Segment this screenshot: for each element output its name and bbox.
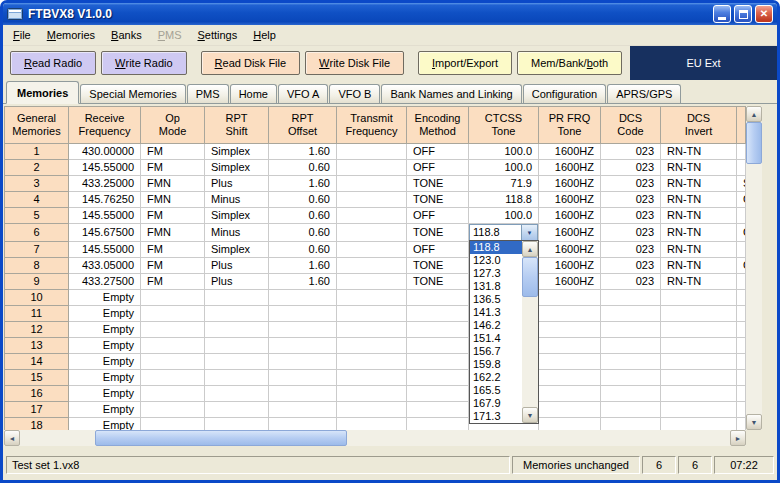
cell-mode[interactable] <box>141 370 205 386</box>
cell-rx[interactable]: Empty <box>69 402 141 418</box>
cell-rx[interactable]: 430.00000 <box>69 144 141 160</box>
cell-invert[interactable] <box>661 338 737 354</box>
cell-mode[interactable]: FM <box>141 274 205 290</box>
cell-extra[interactable] <box>737 208 746 224</box>
dropdown-item[interactable]: 165.5 <box>470 384 522 397</box>
cell-mode[interactable]: FMN <box>141 192 205 208</box>
cell-offset[interactable] <box>269 354 337 370</box>
cell-invert[interactable]: RN-TN <box>661 224 737 242</box>
cell-shift[interactable] <box>205 402 269 418</box>
horizontal-scrollbar[interactable] <box>4 430 746 446</box>
cell-mode[interactable]: FM <box>141 242 205 258</box>
cell-shift[interactable]: Plus <box>205 274 269 290</box>
cell-enc[interactable]: TONE <box>407 192 469 208</box>
row-number[interactable]: 6 <box>5 224 69 242</box>
cell-invert[interactable]: RN-TN <box>661 160 737 176</box>
cell-extra[interactable] <box>737 370 746 386</box>
dropdown-scroll-up-button[interactable] <box>522 241 538 257</box>
close-button[interactable] <box>755 5 773 23</box>
cell-shift[interactable] <box>205 322 269 338</box>
cell-invert[interactable]: RN-TN <box>661 242 737 258</box>
cell-rx[interactable]: 145.55000 <box>69 242 141 258</box>
cell-offset[interactable] <box>269 418 337 430</box>
cell-extra[interactable] <box>737 322 746 338</box>
tab-vfo-b[interactable]: VFO B <box>329 84 380 103</box>
cell-prfrq[interactable] <box>539 338 601 354</box>
cell-tx[interactable] <box>337 144 407 160</box>
cell-extra[interactable]: S <box>737 176 746 192</box>
cell-ctcss[interactable]: 100.0 <box>469 144 539 160</box>
cell-extra[interactable] <box>737 144 746 160</box>
cell-offset[interactable] <box>269 402 337 418</box>
row-number[interactable]: 9 <box>5 274 69 290</box>
cell-invert[interactable] <box>661 322 737 338</box>
dropdown-item[interactable]: 141.3 <box>470 306 522 319</box>
row-number[interactable]: 1 <box>5 144 69 160</box>
cell-rx[interactable]: Empty <box>69 370 141 386</box>
cell-prfrq[interactable]: 1600HZ <box>539 242 601 258</box>
cell-tx[interactable] <box>337 370 407 386</box>
cell-prfrq[interactable] <box>539 370 601 386</box>
row-number[interactable]: 4 <box>5 192 69 208</box>
dropdown-item[interactable]: 127.3 <box>470 267 522 280</box>
read-radio-button[interactable]: Read Radio <box>10 51 96 75</box>
cell-mode[interactable] <box>141 322 205 338</box>
row-number[interactable]: 8 <box>5 258 69 274</box>
dropdown-item[interactable]: 146.2 <box>470 319 522 332</box>
scroll-left-button[interactable] <box>4 430 20 446</box>
cell-tx[interactable] <box>337 306 407 322</box>
minimize-button[interactable] <box>713 5 731 23</box>
cell-shift[interactable] <box>205 386 269 402</box>
cell-tx[interactable] <box>337 386 407 402</box>
cell-mode[interactable]: FM <box>141 160 205 176</box>
cell-offset[interactable]: 1.60 <box>269 176 337 192</box>
horizontal-scroll-thumb[interactable] <box>95 430 347 446</box>
cell-prfrq[interactable]: 1600HZ <box>539 258 601 274</box>
cell-prfrq[interactable] <box>539 306 601 322</box>
menu-item-banks[interactable]: Banks <box>103 26 150 44</box>
cell-dcs[interactable] <box>601 402 661 418</box>
cell-shift[interactable] <box>205 338 269 354</box>
cell-dcs[interactable]: 023 <box>601 208 661 224</box>
cell-shift[interactable]: Simplex <box>205 144 269 160</box>
cell-enc[interactable]: OFF <box>407 242 469 258</box>
dropdown-item[interactable]: 167.9 <box>470 397 522 410</box>
dropdown-scroll-down-button[interactable] <box>522 407 538 423</box>
vertical-scroll-thumb[interactable] <box>746 122 762 164</box>
combobox-dropdown-button[interactable] <box>521 225 537 240</box>
cell-prfrq[interactable] <box>539 402 601 418</box>
cell-rx[interactable]: Empty <box>69 354 141 370</box>
tab-vfo-a[interactable]: VFO A <box>278 84 328 103</box>
cell-offset[interactable] <box>269 338 337 354</box>
dropdown-item[interactable]: 159.8 <box>470 358 522 371</box>
cell-rx[interactable]: Empty <box>69 418 141 430</box>
cell-tx[interactable] <box>337 160 407 176</box>
cell-extra[interactable] <box>737 418 746 430</box>
cell-offset[interactable] <box>269 322 337 338</box>
cell-prfrq[interactable]: 1600HZ <box>539 208 601 224</box>
ctcss-combobox[interactable]: 118.8 <box>469 224 538 241</box>
cell-dcs[interactable]: 023 <box>601 258 661 274</box>
cell-extra[interactable] <box>737 354 746 370</box>
cell-tx[interactable] <box>337 208 407 224</box>
cell-dcs[interactable]: 023 <box>601 224 661 242</box>
cell-shift[interactable]: Plus <box>205 176 269 192</box>
cell-shift[interactable]: Plus <box>205 258 269 274</box>
cell-offset[interactable]: 0.60 <box>269 242 337 258</box>
menu-item-help[interactable]: Help <box>245 26 284 44</box>
cell-invert[interactable] <box>661 386 737 402</box>
cell-offset[interactable]: 0.60 <box>269 208 337 224</box>
cell-ctcss[interactable]: 118.8 <box>469 192 539 208</box>
dropdown-scrollbar[interactable] <box>522 241 538 423</box>
cell-extra[interactable] <box>737 160 746 176</box>
row-number[interactable]: 12 <box>5 322 69 338</box>
cell-rx[interactable]: 433.27500 <box>69 274 141 290</box>
row-number[interactable]: 15 <box>5 370 69 386</box>
dropdown-item[interactable]: 123.0 <box>470 254 522 267</box>
cell-rx[interactable]: Empty <box>69 290 141 306</box>
cell-mode[interactable]: FMN <box>141 176 205 192</box>
cell-prfrq[interactable]: 1600HZ <box>539 176 601 192</box>
cell-rx[interactable]: 145.67500 <box>69 224 141 242</box>
cell-shift[interactable] <box>205 306 269 322</box>
cell-dcs[interactable]: 023 <box>601 274 661 290</box>
